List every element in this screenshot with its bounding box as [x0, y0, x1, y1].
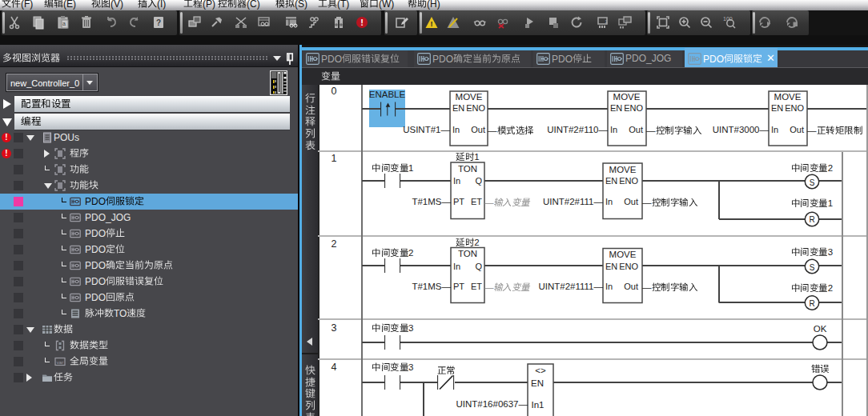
svg-text:!: ! — [360, 18, 364, 27]
svg-text:a: a — [62, 21, 66, 26]
svg-text:1: 1 — [605, 19, 609, 24]
svg-text:var: var — [57, 360, 63, 365]
svg-text:?: ? — [156, 18, 161, 27]
svg-text:!: ! — [431, 20, 433, 28]
